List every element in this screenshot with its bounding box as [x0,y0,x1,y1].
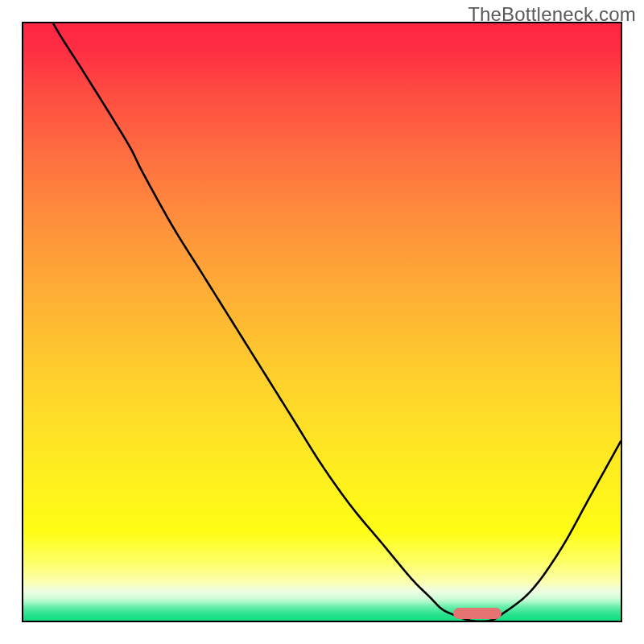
optimum-marker [453,608,501,619]
chart-frame: TheBottleneck.com [0,0,644,644]
curve-canvas [23,23,621,621]
plot-area [22,22,622,622]
